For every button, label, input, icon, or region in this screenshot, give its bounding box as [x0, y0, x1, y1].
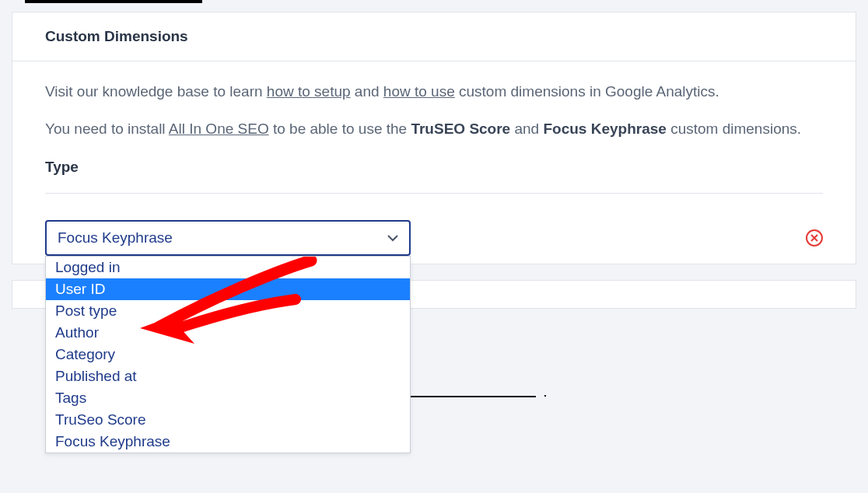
top-black-bar — [25, 0, 202, 3]
bold-focus-keyphrase: Focus Keyphrase — [543, 121, 666, 137]
dropdown-option[interactable]: Tags — [46, 387, 410, 409]
select-wrap: Focus Keyphrase Logged inUser IDPost typ… — [45, 220, 411, 256]
intro-line-2: You need to install All In One SEO to be… — [45, 117, 823, 141]
install-prefix: You need to install — [45, 121, 169, 137]
dropdown-option[interactable]: Author — [46, 322, 410, 344]
intro-line-1: Visit our knowledge base to learn how to… — [45, 80, 823, 103]
dropdown-option[interactable]: User ID — [46, 278, 410, 300]
remove-button[interactable] — [806, 229, 823, 247]
link-how-to-use[interactable]: how to use — [383, 83, 455, 100]
chevron-down-icon — [387, 233, 398, 243]
type-label: Type — [45, 159, 823, 176]
dropdown-option[interactable]: Logged in — [46, 257, 410, 278]
install-mid2: and — [510, 121, 543, 137]
dropdown-option[interactable]: Post type — [46, 300, 410, 322]
dropdown-option[interactable]: Published at — [46, 365, 410, 387]
panel-title: Custom Dimensions — [45, 28, 823, 45]
annotation-dot — [544, 395, 546, 397]
panel-body: Visit our knowledge base to learn how to… — [12, 61, 856, 264]
panel-header: Custom Dimensions — [12, 12, 856, 61]
intro-text-mid1: and — [351, 83, 383, 100]
install-mid: to be able to use the — [269, 121, 411, 137]
dropdown-option[interactable]: Focus Keyphrase — [46, 431, 410, 453]
select-value: Focus Keyphrase — [58, 229, 173, 247]
dropdown-list: Logged inUser IDPost typeAuthorCategoryP… — [45, 256, 411, 453]
intro-text-prefix: Visit our knowledge base to learn — [45, 83, 267, 100]
link-how-to-setup[interactable]: how to setup — [267, 83, 351, 100]
install-suffix: custom dimensions. — [667, 121, 801, 137]
select-row: Focus Keyphrase Logged inUser IDPost typ… — [45, 220, 823, 256]
dropdown-option[interactable]: TruSeo Score — [46, 409, 410, 431]
bold-truseo-score: TruSEO Score — [411, 121, 510, 137]
dropdown-option[interactable]: Category — [46, 344, 410, 365]
custom-dimensions-panel: Custom Dimensions Visit our knowledge ba… — [12, 12, 856, 264]
link-all-in-one-seo[interactable]: All In One SEO — [169, 121, 269, 137]
divider — [45, 193, 823, 194]
intro-text-suffix1: custom dimensions in Google Analytics. — [455, 83, 719, 100]
type-select[interactable]: Focus Keyphrase — [45, 220, 411, 256]
